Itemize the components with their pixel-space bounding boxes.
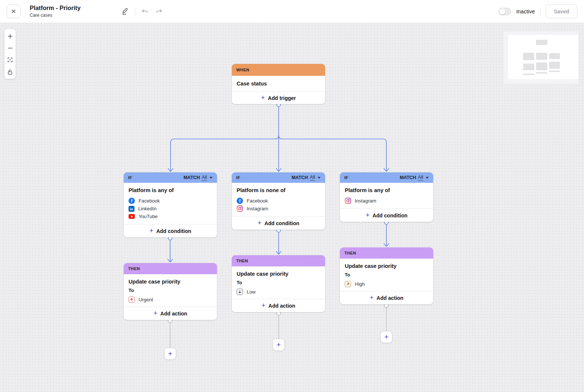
then-node-2[interactable]: THEN Update case priority To Low + Add a… xyxy=(232,255,325,312)
minimap-node-block xyxy=(536,72,547,74)
plus-icon: + xyxy=(276,341,280,349)
platform-row: Instagram xyxy=(345,197,428,205)
add-condition-button[interactable]: + Add condition xyxy=(340,208,433,222)
priority-value-row: Urgent xyxy=(129,296,212,304)
chevron-down-icon xyxy=(318,177,321,179)
then-node-header: THEN xyxy=(232,255,325,266)
undo-button[interactable] xyxy=(140,7,149,16)
plus-icon: + xyxy=(384,333,388,341)
add-condition-button[interactable]: + Add condition xyxy=(232,216,325,230)
plus-icon xyxy=(7,33,13,39)
pencil-icon xyxy=(121,7,129,15)
chevron-down-icon xyxy=(210,177,212,179)
divider xyxy=(540,7,541,16)
add-node-button-2[interactable]: + xyxy=(273,339,285,351)
page-subtitle: Care cases xyxy=(30,13,81,18)
plus-icon: + xyxy=(370,295,374,301)
zoom-in-button[interactable] xyxy=(4,30,16,42)
action-title: Update case priority xyxy=(345,263,428,269)
plus-icon: + xyxy=(262,302,266,308)
chevron-down-icon xyxy=(426,177,429,179)
undo-icon xyxy=(141,8,149,15)
priority-value-row: Low xyxy=(237,288,320,296)
minimap-node-block xyxy=(536,40,547,45)
active-toggle[interactable] xyxy=(499,8,511,15)
lock-button[interactable] xyxy=(4,66,16,78)
minimap-viewport xyxy=(508,35,578,79)
platform-row: YouTube xyxy=(129,213,212,220)
action-title: Update case priority xyxy=(237,271,320,277)
plus-icon: + xyxy=(257,220,262,226)
divider xyxy=(135,7,135,16)
if-node-header: IF MATCH All xyxy=(232,172,325,183)
minimap-node-block xyxy=(523,74,534,75)
then-node-header: THEN xyxy=(340,247,433,259)
title-block: Platform - Priority Care cases xyxy=(30,5,81,18)
match-dropdown[interactable]: MATCH All xyxy=(184,175,212,180)
match-dropdown[interactable]: MATCH All xyxy=(400,175,429,180)
zoom-out-button[interactable] xyxy=(4,42,16,54)
fit-screen-icon xyxy=(7,57,13,63)
instagram-icon xyxy=(237,205,243,212)
condition-title: Platform is any of xyxy=(345,187,428,193)
redo-button[interactable] xyxy=(155,7,163,16)
match-dropdown[interactable]: MATCH All xyxy=(292,175,321,180)
fit-view-button[interactable] xyxy=(4,54,16,66)
workflow-canvas[interactable]: WHEN Case status + Add trigger IF MATCH … xyxy=(0,23,584,392)
minimap-node-block xyxy=(549,53,560,59)
then-node-header: THEN xyxy=(124,263,217,274)
minus-icon xyxy=(7,45,13,51)
low-priority-icon xyxy=(237,289,243,295)
condition-title: Platform is none of xyxy=(237,187,320,193)
plus-icon: + xyxy=(261,95,265,101)
page-title: Platform - Priority xyxy=(30,5,81,12)
when-badge: WHEN xyxy=(236,68,249,72)
urgent-priority-icon xyxy=(129,297,135,303)
add-trigger-button[interactable]: + Add trigger xyxy=(232,91,325,104)
add-action-button[interactable]: + Add action xyxy=(340,291,433,304)
add-node-button-3[interactable]: + xyxy=(380,331,392,343)
if-node-2[interactable]: IF MATCH All Platform is none of f Faceb… xyxy=(232,172,325,230)
minimap-node-block xyxy=(523,53,534,60)
trigger-title: Case status xyxy=(237,81,267,87)
unlock-icon xyxy=(7,69,13,75)
when-node-header: WHEN xyxy=(232,64,325,76)
plus-icon: + xyxy=(168,350,172,358)
top-bar: Platform - Priority Care cases Inactive xyxy=(0,0,584,23)
close-icon xyxy=(11,9,16,14)
high-priority-icon xyxy=(345,281,351,287)
minimap-node-block xyxy=(549,71,560,72)
close-button[interactable] xyxy=(7,4,20,18)
platform-row: in LinkedIn xyxy=(129,205,212,213)
toggle-knob xyxy=(499,9,505,14)
condition-title: Platform is any of xyxy=(129,187,212,193)
facebook-icon: f xyxy=(237,198,243,204)
add-node-button-1[interactable]: + xyxy=(164,348,176,360)
minimap-node-block xyxy=(536,62,547,70)
if-node-header: IF MATCH All xyxy=(340,172,433,183)
plus-icon: + xyxy=(149,228,153,234)
if-node-1[interactable]: IF MATCH All Platform is any of f Facebo… xyxy=(124,172,217,237)
minimap-node-block xyxy=(549,62,560,69)
instagram-icon xyxy=(345,198,351,204)
redo-icon xyxy=(155,8,163,15)
if-node-3[interactable]: IF MATCH All Platform is any of xyxy=(340,172,433,222)
canvas-toolbar xyxy=(4,29,16,79)
add-action-button[interactable]: + Add action xyxy=(124,307,217,320)
edit-name-button[interactable] xyxy=(121,7,130,16)
action-title: Update case priority xyxy=(129,279,212,285)
minimap[interactable] xyxy=(504,32,579,84)
youtube-icon xyxy=(129,214,135,219)
platform-row: Instagram xyxy=(237,205,320,213)
when-node[interactable]: WHEN Case status + Add trigger xyxy=(232,64,325,104)
add-action-button[interactable]: + Add action xyxy=(232,299,325,312)
linkedin-icon: in xyxy=(129,206,134,212)
plus-icon: + xyxy=(366,212,370,218)
add-condition-button[interactable]: + Add condition xyxy=(124,224,217,237)
platform-row: f Facebook xyxy=(129,197,212,205)
then-node-3[interactable]: THEN Update case priority To High + Add … xyxy=(340,247,433,304)
saved-button[interactable]: Saved xyxy=(546,4,577,18)
priority-value-row: High xyxy=(345,280,428,288)
platform-row: f Facebook xyxy=(237,197,320,205)
then-node-1[interactable]: THEN Update case priority To Urgent + Ad… xyxy=(124,263,217,320)
